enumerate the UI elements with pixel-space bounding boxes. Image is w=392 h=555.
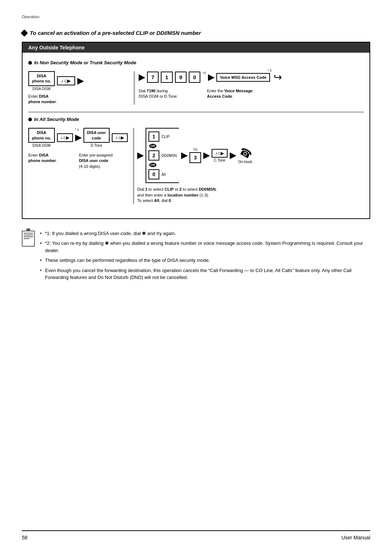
disa-line2: phone no.	[32, 78, 51, 84]
disa-line1: DISA	[32, 73, 51, 78]
main-title: To cancel an activation of a pre-selecte…	[30, 30, 201, 36]
vertical-divider-2	[133, 128, 134, 203]
superscript-s1: * 1	[75, 128, 79, 131]
or-row2: OR	[148, 163, 177, 167]
section1-right-flow: ▶ 7 1 9 0	[139, 71, 364, 83]
disa-line1-2: DISA	[32, 130, 51, 135]
num9-element: 9	[175, 72, 187, 83]
caption-enter-user: Enter pre-assignedDISA user code(4-10 di…	[79, 153, 113, 169]
section1-caption: Enter DISA phone number.	[28, 94, 130, 105]
ctone-group: ♪♫▶ C.Tone	[212, 149, 228, 162]
diagram-header: Any Outside Telephone	[23, 42, 369, 53]
arrow-right-1: ▶	[77, 76, 83, 86]
section-title: To cancel an activation of a pre-selecte…	[22, 30, 370, 36]
tone-arrow-1: ♪♫▶	[57, 133, 73, 142]
section1-flow: DISA phone no. DISA OGM ♪♫▶ ▶	[28, 71, 364, 105]
section1-heading: In Non Security Mode or Trunk Security M…	[28, 60, 364, 65]
disa-label-2: DISA OGM	[33, 143, 50, 147]
handset-icon: ☎	[237, 145, 254, 162]
disa-phone-element: DISA phone no. DISA OGM	[28, 71, 55, 91]
num9-box: 9	[175, 72, 187, 83]
disa-phone-box-2: DISA phone no.	[28, 128, 55, 143]
or-badge-2: OR	[149, 163, 156, 167]
section1-right: ▶ 7 1 9 0	[139, 71, 364, 100]
num1-box: 1	[161, 72, 172, 83]
caption-enter-disa: Enter DISAphone number.	[28, 153, 57, 169]
bullet-icon-2	[28, 118, 32, 121]
section1-left: DISA phone no. DISA OGM ♪♫▶ ▶	[28, 71, 130, 105]
notes-list: *1: If you dialled a wrong DISA user cod…	[40, 230, 370, 284]
all-row: 0 All	[148, 169, 177, 179]
arrow-to-loc: ▶	[181, 151, 187, 160]
num0-all: 0	[148, 169, 159, 179]
note-icon	[22, 231, 35, 247]
section1-captions: Dial 7190 duringDISA OGM or D.Tone. Ente…	[139, 86, 364, 100]
arrow-right-3: ▶	[208, 73, 214, 82]
arrow-right-2: ▶	[139, 73, 145, 82]
section2-flow: DISA phone no. DISA OGM ♪♫▶ * 1 ▶	[28, 128, 364, 203]
superscript-vmsg: * 2	[268, 69, 271, 72]
section2-flow-row: DISA phone no. DISA OGM ♪♫▶ * 1 ▶	[28, 128, 130, 147]
bracket-group: 1 CLIP OR 2 DDI/MSN	[146, 128, 179, 183]
ctone-label: C.Tone	[214, 158, 225, 162]
section2-heading: In All Security Mode	[28, 117, 364, 122]
ddi-row: 2 DDI/MSN	[148, 150, 177, 161]
section2-left-captions: Enter DISAphone number. Enter pre-assign…	[28, 150, 130, 169]
disa-user-label: D.Tone	[91, 143, 102, 147]
disa-user-line2: code	[87, 135, 106, 141]
superscript-2: *2	[203, 71, 206, 75]
all-label: All	[162, 173, 166, 177]
location-group: TO 3	[189, 148, 201, 163]
diagram-title: Any Outside Telephone	[28, 45, 85, 50]
disa-user-line1: DISA user	[87, 130, 106, 135]
num7-element: 7	[147, 72, 159, 83]
ctone-box: ♪♫▶	[212, 149, 228, 158]
onhook-label: On-hook.	[238, 160, 253, 164]
section2-title: In All Security Mode	[34, 117, 79, 122]
bullet-icon	[28, 61, 32, 65]
section-divider	[28, 112, 364, 112]
page-header: Operation	[22, 15, 370, 19]
section-label: Operation	[22, 15, 39, 19]
clip-row: 1 CLIP	[148, 131, 177, 142]
disa-line2-2: phone no.	[32, 135, 51, 141]
num0-element: 0	[189, 72, 200, 83]
to-label: TO	[193, 148, 197, 151]
section2-right: ▶ 1 CLIP OR 2	[137, 128, 364, 203]
num1-clip: 1	[148, 131, 159, 142]
notes-section: *1: If you dialled a wrong DISA user cod…	[22, 230, 370, 284]
num7-box: 7	[147, 72, 159, 83]
or-badge: OR	[149, 144, 156, 148]
arrow-s1: * 1 ▶	[75, 133, 81, 142]
num0-box: 0	[189, 72, 200, 83]
note-item-1: *1: If you dialled a wrong DISA user cod…	[40, 230, 370, 237]
disa-phone-element-2: DISA phone no. DISA OGM	[28, 128, 55, 147]
voice-msg-box: Voice MSG Access Code	[216, 73, 270, 82]
note-item-4: Even though you cancel the forwarding de…	[40, 267, 370, 281]
disa-label: DISA OGM	[33, 87, 50, 91]
onhook-group: ☎ On-hook.	[238, 147, 253, 164]
num1-element: 1	[161, 72, 172, 83]
num3-location: 3	[189, 152, 201, 163]
or-row: OR	[148, 144, 177, 148]
note-item-2: *2: You can re-try by dialling ✱ when yo…	[40, 240, 370, 254]
tone-arrow-2: ♪♫▶	[112, 133, 128, 142]
section-all-security: In All Security Mode DISA phone no. DISA…	[28, 117, 364, 203]
diamond-icon	[21, 29, 28, 37]
caption-dial7190: Dial 7190 duringDISA OGM or D.Tone.	[139, 88, 178, 100]
arrow-entry: ▶	[137, 151, 143, 160]
diagram-box: Any Outside Telephone In Non Security Mo…	[22, 42, 370, 219]
arrow-to-ctone: ▶	[203, 151, 209, 160]
diagram-content: In Non Security Mode or Trunk Security M…	[23, 53, 369, 218]
num2-ddi: 2	[148, 150, 159, 161]
curved-arrow-icon: ↩	[274, 71, 282, 83]
section1-title: In Non Security Mode or Trunk Security M…	[34, 60, 136, 65]
arrow-right-s2: ▶	[75, 133, 81, 142]
note-item-3: These settings can be performed regardle…	[40, 257, 370, 264]
arrow-to-onhook: ▶	[230, 151, 236, 160]
page: Operation To cancel an activation of a p…	[0, 0, 392, 555]
ddi-label: DDI/MSN	[162, 154, 177, 158]
caption-voice-msg: Enter the Voice MessageAccess Code.	[207, 88, 253, 100]
section2-right-captions: Dial 1 to select CLIP or 2 to select DDI…	[137, 187, 364, 203]
section-non-security: In Non Security Mode or Trunk Security M…	[28, 60, 364, 105]
